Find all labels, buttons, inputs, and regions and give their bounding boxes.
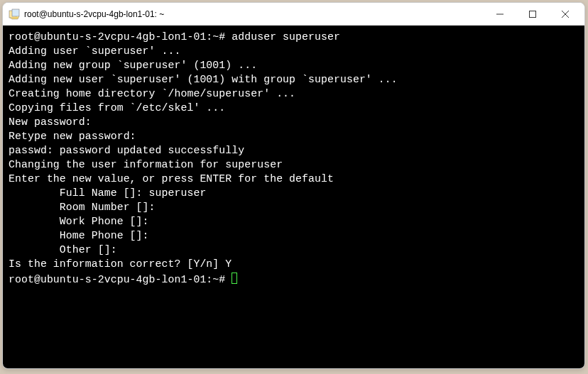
svg-rect-2 — [530, 11, 536, 17]
cursor-icon — [232, 273, 237, 284]
close-button[interactable] — [549, 4, 582, 25]
terminal-line: New password: — [9, 115, 579, 129]
terminal-line: Home Phone []: — [9, 229, 579, 243]
terminal-line: root@ubuntu-s-2vcpu-4gb-lon1-01:~# addus… — [9, 30, 579, 44]
terminal-line: Adding new group `superuser' (1001) ... — [9, 58, 579, 72]
terminal-line: Enter the new value, or press ENTER for … — [9, 172, 579, 186]
terminal-prompt-line: root@ubuntu-s-2vcpu-4gb-lon1-01:~# — [9, 271, 579, 287]
terminal-line: Other []: — [9, 243, 579, 257]
terminal-line: passwd: password updated successfully — [9, 143, 579, 158]
terminal-line: Is the information correct? [Y/n] Y — [9, 257, 579, 271]
terminal-line: Copying files from `/etc/skel' ... — [9, 101, 579, 115]
terminal-line: Creating home directory `/home/superuser… — [9, 87, 579, 101]
terminal-line: Adding user `superuser' ... — [9, 44, 579, 58]
terminal-line: Full Name []: superuser — [9, 186, 579, 200]
terminal-line: Room Number []: — [9, 200, 579, 214]
window-controls — [484, 4, 582, 25]
terminal-line: Adding new user `superuser' (1001) with … — [9, 72, 579, 87]
terminal-prompt: root@ubuntu-s-2vcpu-4gb-lon1-01:~# — [9, 274, 232, 285]
window-title: root@ubuntu-s-2vcpu-4gb-lon1-01: ~ — [24, 9, 484, 19]
minimize-button[interactable] — [484, 4, 516, 25]
terminal-output[interactable]: root@ubuntu-s-2vcpu-4gb-lon1-01:~# addus… — [3, 26, 584, 368]
svg-rect-1 — [12, 9, 19, 16]
terminal-line: Changing the user information for superu… — [9, 158, 579, 172]
terminal-line: Retype new password: — [9, 129, 579, 143]
terminal-window: root@ubuntu-s-2vcpu-4gb-lon1-01: ~ root@… — [2, 2, 585, 369]
app-icon — [9, 9, 20, 20]
terminal-line: Work Phone []: — [9, 214, 579, 229]
maximize-button[interactable] — [516, 4, 549, 25]
titlebar[interactable]: root@ubuntu-s-2vcpu-4gb-lon1-01: ~ — [3, 3, 584, 26]
